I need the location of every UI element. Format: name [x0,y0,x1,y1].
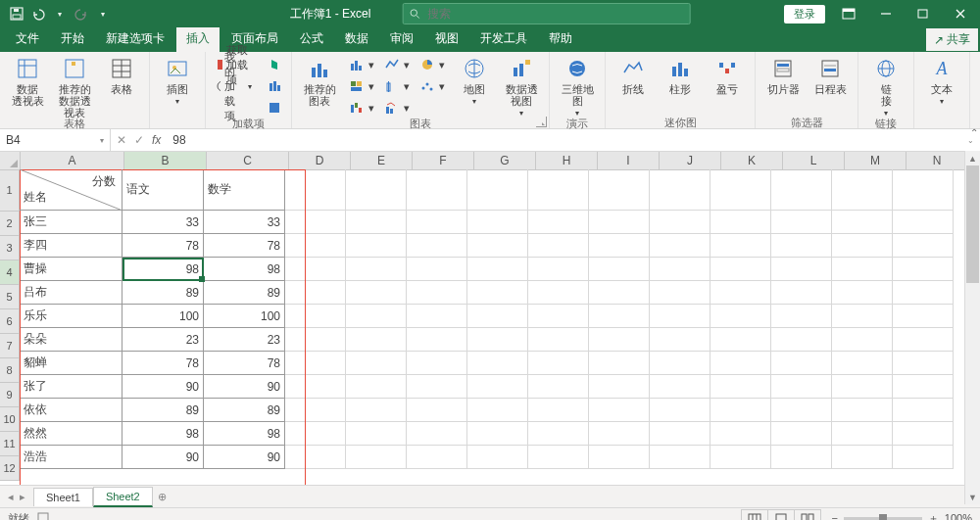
my-addins-button[interactable]: 我的加载项 ▾ [212,75,256,97]
row-header-2[interactable]: 2 [0,212,20,236]
cell-D6[interactable] [285,305,346,328]
page-layout-view-icon[interactable] [768,510,795,520]
cell-C3[interactable]: 78 [204,234,285,258]
ribbon-options-icon[interactable] [835,0,862,27]
cell-G12[interactable] [467,446,528,469]
cell-L6[interactable] [771,305,832,328]
cell-J9[interactable] [650,375,710,399]
cell-I11[interactable] [589,422,650,446]
cell-G7[interactable] [467,328,528,352]
cell-K8[interactable] [710,352,771,375]
column-header-B[interactable]: B [124,152,207,170]
cell-C12[interactable]: 90 [204,446,285,469]
cell-M1[interactable] [832,169,893,211]
cell-E7[interactable] [346,328,407,352]
column-header-E[interactable]: E [351,152,413,170]
normal-view-icon[interactable] [742,510,768,520]
cell-I7[interactable] [589,328,650,352]
column-chart-icon[interactable]: ▾ [345,54,378,75]
cell-E8[interactable] [346,352,407,375]
row-header-12[interactable]: 12 [0,456,20,481]
cell-B3[interactable]: 78 [122,234,204,258]
cell-G3[interactable] [467,234,528,258]
cell-J5[interactable] [650,281,710,305]
cell-L11[interactable] [771,422,832,446]
cell-H4[interactable] [528,258,589,281]
cell-C6[interactable]: 100 [204,305,285,328]
cell-B8[interactable]: 78 [122,352,204,375]
slicer-button[interactable]: 切片器 [761,54,805,97]
cell-A3[interactable]: 李四 [20,234,122,258]
cell-K10[interactable] [710,399,771,422]
row-header-3[interactable]: 3 [0,236,20,260]
cell-N7[interactable] [893,328,954,352]
cell-A10[interactable]: 依依 [20,399,122,422]
cell-G11[interactable] [467,422,528,446]
cell-G5[interactable] [467,281,528,305]
cell-L1[interactable] [771,169,832,211]
cell-H11[interactable] [528,422,589,446]
cell-D4[interactable] [285,258,346,281]
column-header-C[interactable]: C [207,152,289,170]
cell-I4[interactable] [589,258,650,281]
cell-A11[interactable]: 然然 [20,422,122,446]
cell-F9[interactable] [407,375,467,399]
row-header-11[interactable]: 11 [0,432,20,456]
column-header-L[interactable]: L [783,152,845,170]
cell-F2[interactable] [407,211,467,234]
cell-N11[interactable] [893,422,954,446]
row-header-4[interactable]: 4 [0,260,20,285]
sheet-tab-Sheet1[interactable]: Sheet1 [33,488,93,506]
cell-E4[interactable] [346,258,407,281]
worksheet-grid[interactable]: ABCDEFGHIJKLMN 123456789101112 分数姓名语文数学张… [0,152,980,485]
cell-A4[interactable]: 曹操 [20,258,122,281]
cell-E5[interactable] [346,281,407,305]
zoom-out-icon[interactable]: − [831,512,837,520]
cell-L9[interactable] [771,375,832,399]
cell-M4[interactable] [832,258,893,281]
cell-F10[interactable] [407,399,467,422]
cell-J6[interactable] [650,305,710,328]
cell-D3[interactable] [285,234,346,258]
row-header-8[interactable]: 8 [0,358,20,383]
link-button[interactable]: 链接▾ [864,54,907,119]
cell-N10[interactable] [893,399,954,422]
cell-K5[interactable] [710,281,771,305]
cell-B7[interactable]: 23 [122,328,204,352]
visio-icon[interactable] [264,97,285,118]
cell-H2[interactable] [528,211,589,234]
illustrations-button[interactable]: 插图▾ [156,54,199,108]
cell-E2[interactable] [346,211,407,234]
cell-C5[interactable]: 89 [204,281,285,305]
cell-A5[interactable]: 吕布 [20,281,122,305]
cell-F11[interactable] [407,422,467,446]
cell-N12[interactable] [893,446,954,469]
cell-H12[interactable] [528,446,589,469]
cell-L2[interactable] [771,211,832,234]
cell-H10[interactable] [528,399,589,422]
cell-N5[interactable] [893,281,954,305]
tab-插入[interactable]: 插入 [176,26,220,52]
cell-C8[interactable]: 78 [204,352,285,375]
pivot-table-button[interactable]: 数据透视表 [6,54,49,109]
share-button[interactable]: ↗ 共享 [926,28,978,51]
cell-D2[interactable] [285,211,346,234]
cell-N1[interactable] [893,169,954,211]
cell-L4[interactable] [771,258,832,281]
cell-N4[interactable] [893,258,954,281]
cell-M12[interactable] [832,446,893,469]
cell-D5[interactable] [285,281,346,305]
pivot-chart-button[interactable]: 数据透视图▾ [500,54,543,119]
sparkline-winloss-button[interactable]: 盈亏 [706,54,749,97]
cell-H1[interactable] [528,169,589,211]
cell-E9[interactable] [346,375,407,399]
tab-新建选项卡[interactable]: 新建选项卡 [96,26,174,52]
cell-F3[interactable] [407,234,467,258]
cell-N9[interactable] [893,375,954,399]
pie-chart-icon[interactable]: ▾ [416,54,449,75]
cell-H7[interactable] [528,328,589,352]
scroll-up-icon[interactable]: ▲ [965,151,980,165]
cell-F4[interactable] [407,258,467,281]
cell-L5[interactable] [771,281,832,305]
cell-E6[interactable] [346,305,407,328]
